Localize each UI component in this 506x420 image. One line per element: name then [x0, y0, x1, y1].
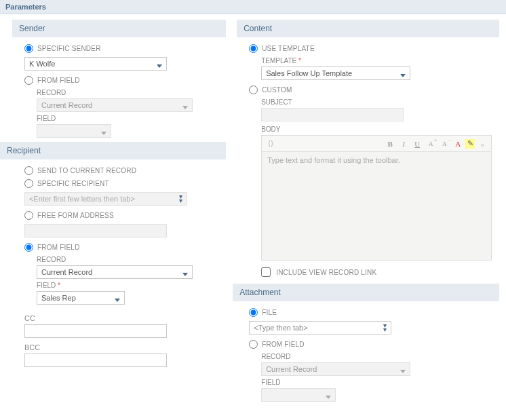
attachment-field-select — [261, 388, 336, 402]
double-caret-icon: ▾▾ — [179, 195, 182, 203]
cc-input[interactable] — [24, 324, 167, 338]
recipient-specific-placeholder: <Enter first few letters then tab> — [29, 195, 135, 203]
sender-header: Sender — [12, 20, 226, 37]
recipient-header: Recipient — [0, 142, 226, 159]
sender-specific-radio[interactable] — [24, 44, 33, 53]
include-link-label: INCLUDE VIEW RECORD LINK — [276, 269, 376, 276]
caret-down-icon — [182, 102, 188, 108]
attachment-header: Attachment — [233, 284, 499, 301]
italic-button[interactable]: I — [397, 138, 410, 150]
attachment-record-value: Current Record — [266, 365, 317, 373]
caret-down-icon — [157, 61, 162, 66]
recipient-specific-select: <Enter first few letters then tab> ▾▾ — [24, 192, 187, 206]
attachment-record-select: Current Record — [261, 362, 410, 376]
recipient-record-select[interactable]: Current Record — [37, 265, 193, 279]
recipient-fromfield-radio[interactable] — [24, 243, 33, 252]
caret-down-icon — [326, 392, 331, 398]
content-custom-label: CUSTOM — [262, 86, 292, 94]
recipient-current-label: SEND TO CURRENT RECORD — [37, 167, 136, 174]
template-select[interactable]: Sales Follow Up Template — [261, 66, 410, 80]
text-color-button[interactable]: A — [452, 138, 464, 150]
bcc-input[interactable] — [24, 354, 167, 367]
bcc-label: BCC — [24, 343, 226, 351]
recipient-record-value: Current Record — [41, 268, 92, 276]
template-label: TEMPLATE — [261, 57, 499, 64]
sender-record-label: RECORD — [37, 89, 226, 96]
recipient-freeform-radio[interactable] — [24, 211, 33, 220]
recipient-fromfield-label: FROM FIELD — [37, 244, 80, 251]
attachment-record-label: RECORD — [261, 353, 499, 360]
recipient-current-radio[interactable] — [24, 166, 33, 175]
body-label: BODY — [261, 126, 499, 133]
subject-label: SUBJECT — [261, 98, 499, 106]
sender-specific-select[interactable]: K Wolfe — [24, 57, 167, 71]
caret-down-icon — [101, 128, 106, 134]
cc-label: CC — [24, 314, 226, 322]
highlight-button[interactable]: ✎ — [465, 139, 475, 149]
content-template-label: USE TEMPLATE — [262, 45, 315, 52]
underline-button[interactable]: U — [411, 138, 423, 150]
body-placeholder: Type text and format it using the toolba… — [262, 152, 491, 168]
attachment-file-select[interactable]: <Type then tab> ▾▾ — [249, 321, 391, 335]
sender-field-label: FIELD — [37, 115, 226, 122]
attachment-fromfield-radio[interactable] — [249, 340, 258, 349]
subject-input — [261, 108, 404, 121]
recipient-field-select[interactable]: Sales Rep — [37, 291, 125, 305]
attachment-fromfield-label: FROM FIELD — [262, 341, 305, 348]
source-icon[interactable]: ⟨⟩ — [265, 138, 277, 150]
include-link-checkbox[interactable] — [261, 267, 271, 277]
content-custom-radio[interactable] — [249, 85, 258, 94]
template-value: Sales Follow Up Template — [266, 69, 352, 77]
double-caret-icon: ▾▾ — [383, 324, 387, 332]
recipient-specific-label: SPECIFIC RECIPIENT — [37, 180, 109, 187]
content-header: Content — [237, 20, 499, 37]
recipient-field-value: Sales Rep — [41, 294, 76, 302]
recipient-field-label: FIELD — [37, 282, 226, 289]
font-increase-button[interactable]: A — [425, 138, 437, 150]
rte-toolbar: ⟨⟩ B I U A A A ✎ » — [262, 136, 491, 152]
bold-button[interactable]: B — [384, 138, 396, 150]
attachment-field-label: FIELD — [261, 379, 499, 386]
sender-field-select — [37, 124, 111, 138]
expand-toolbar-button[interactable]: » — [476, 138, 488, 150]
sender-fromfield-radio[interactable] — [24, 76, 33, 85]
recipient-freeform-label: FREE FORM ADDRESS — [37, 212, 114, 219]
attachment-file-placeholder: <Type then tab> — [254, 324, 308, 332]
caret-down-icon — [400, 366, 406, 372]
page-title: Parameters — [0, 0, 506, 14]
sender-specific-value: K Wolfe — [29, 60, 55, 68]
recipient-freeform-input — [24, 224, 167, 237]
caret-down-icon — [182, 269, 188, 275]
sender-fromfield-label: FROM FIELD — [37, 77, 80, 84]
font-decrease-button[interactable]: A — [438, 138, 450, 150]
attachment-file-radio[interactable] — [249, 308, 258, 317]
recipient-specific-radio[interactable] — [24, 179, 33, 188]
sender-record-value: Current Record — [41, 101, 92, 109]
sender-record-select: Current Record — [37, 98, 193, 112]
sender-specific-label: SPECIFIC SENDER — [37, 45, 101, 52]
caret-down-icon — [115, 295, 120, 301]
body-editor: ⟨⟩ B I U A A A ✎ » Type text and format … — [261, 135, 492, 261]
attachment-file-label: FILE — [262, 309, 277, 316]
content-template-radio[interactable] — [249, 44, 258, 53]
caret-down-icon — [400, 71, 406, 76]
recipient-record-label: RECORD — [37, 256, 226, 263]
